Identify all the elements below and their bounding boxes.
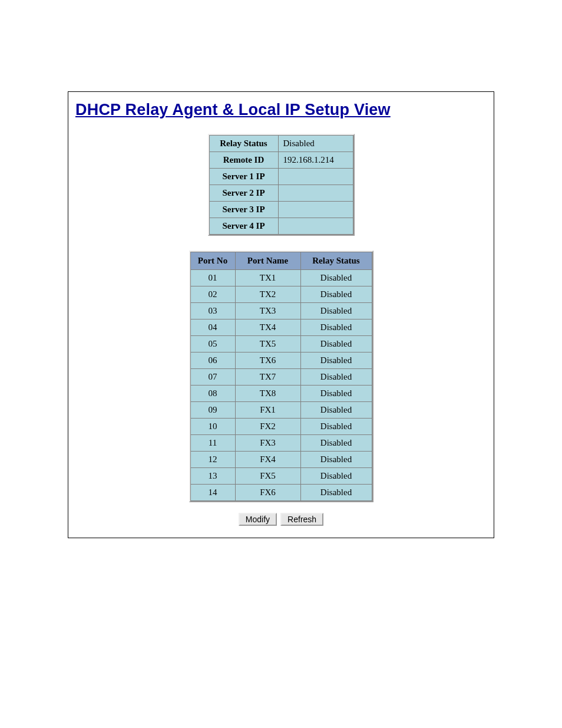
port-no-cell: 13 [191,468,235,484]
port-no-cell: 09 [191,402,235,418]
info-row-server2: Server 2 IP [210,185,353,201]
refresh-button[interactable]: Refresh [280,513,323,526]
remote-id-value: 192.168.1.214 [279,152,353,168]
port-no-cell: 11 [191,435,235,451]
server1-label: Server 1 IP [210,169,278,185]
port-name-cell: FX1 [236,402,300,418]
port-status-cell: Disabled [301,270,372,286]
info-row-relay-status: Relay Status Disabled [210,136,353,151]
port-no-header: Port No [191,252,235,269]
page-title: DHCP Relay Agent & Local IP Setup View [74,101,488,119]
table-row: 12FX4Disabled [191,452,372,467]
table-row: 08TX8Disabled [191,386,372,401]
server1-value [279,169,353,185]
port-no-cell: 01 [191,270,235,286]
port-status-cell: Disabled [301,336,372,352]
port-no-cell: 07 [191,369,235,385]
port-status-cell: Disabled [301,402,372,418]
server4-value [279,218,353,234]
server3-value [279,202,353,218]
table-row: 10FX2Disabled [191,419,372,434]
table-row: 02TX2Disabled [191,286,372,302]
port-name-cell: FX6 [236,485,300,500]
page-container: DHCP Relay Agent & Local IP Setup View R… [68,91,494,538]
port-name-cell: TX8 [236,386,300,401]
button-bar: Modify Refresh [74,513,488,526]
port-no-cell: 02 [191,286,235,302]
port-no-cell: 10 [191,419,235,434]
port-status-cell: Disabled [301,435,372,451]
port-name-cell: TX6 [236,353,300,368]
port-name-cell: TX4 [236,319,300,335]
port-name-cell: TX3 [236,303,300,319]
port-table: Port No Port Name Relay Status 01TX1Disa… [189,251,373,502]
port-status-cell: Disabled [301,419,372,434]
server2-label: Server 2 IP [210,185,278,201]
relay-status-header: Relay Status [301,252,372,269]
table-row: 09FX1Disabled [191,402,372,418]
info-row-server1: Server 1 IP [210,169,353,185]
port-no-cell: 06 [191,353,235,368]
port-status-cell: Disabled [301,303,372,319]
port-status-cell: Disabled [301,452,372,467]
port-no-cell: 08 [191,386,235,401]
port-status-cell: Disabled [301,286,372,302]
modify-button[interactable]: Modify [239,513,277,526]
port-status-cell: Disabled [301,353,372,368]
server2-value [279,185,353,201]
port-name-cell: FX5 [236,468,300,484]
port-no-cell: 04 [191,319,235,335]
table-row: 11FX3Disabled [191,435,372,451]
table-row: 03TX3Disabled [191,303,372,319]
port-name-header: Port Name [236,252,300,269]
port-name-cell: FX3 [236,435,300,451]
port-status-cell: Disabled [301,319,372,335]
table-row: 04TX4Disabled [191,319,372,335]
table-row: 06TX6Disabled [191,353,372,368]
table-row: 13FX5Disabled [191,468,372,484]
server3-label: Server 3 IP [210,202,278,218]
port-no-cell: 12 [191,452,235,467]
port-no-cell: 14 [191,485,235,500]
port-status-cell: Disabled [301,386,372,401]
port-name-cell: TX2 [236,286,300,302]
table-row: 14FX6Disabled [191,485,372,500]
port-name-cell: FX4 [236,452,300,467]
port-name-cell: TX5 [236,336,300,352]
table-row: 01TX1Disabled [191,270,372,286]
port-status-cell: Disabled [301,369,372,385]
info-row-remote-id: Remote ID 192.168.1.214 [210,152,353,168]
port-table-header-row: Port No Port Name Relay Status [191,252,372,269]
info-row-server4: Server 4 IP [210,218,353,234]
table-row: 05TX5Disabled [191,336,372,352]
info-table: Relay Status Disabled Remote ID 192.168.… [208,134,355,236]
info-row-server3: Server 3 IP [210,202,353,218]
port-name-cell: TX7 [236,369,300,385]
port-no-cell: 03 [191,303,235,319]
port-name-cell: FX2 [236,419,300,434]
port-no-cell: 05 [191,336,235,352]
port-status-cell: Disabled [301,485,372,500]
table-row: 07TX7Disabled [191,369,372,385]
port-name-cell: TX1 [236,270,300,286]
server4-label: Server 4 IP [210,218,278,234]
relay-status-value: Disabled [279,136,353,151]
relay-status-label: Relay Status [210,136,278,151]
remote-id-label: Remote ID [210,152,278,168]
port-status-cell: Disabled [301,468,372,484]
